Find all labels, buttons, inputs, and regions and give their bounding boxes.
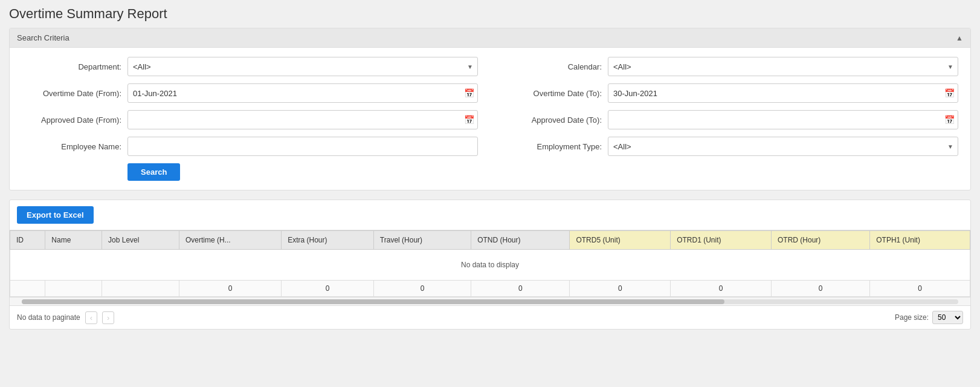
export-excel-button[interactable]: Export to Excel: [17, 206, 94, 224]
search-criteria-panel: Search Criteria ▲ Department: <All>: [9, 28, 971, 190]
total-job-level: [102, 281, 179, 297]
approved-from-input-wrap: 📅: [127, 110, 478, 129]
overtime-from-row: Overtime Date (From): 📅: [22, 83, 478, 103]
employment-type-row: Employment Type: <All>: [502, 137, 958, 156]
employment-type-label: Employment Type:: [502, 142, 608, 151]
prev-page-button[interactable]: ‹: [85, 311, 97, 324]
scrollbar-thumb[interactable]: [22, 299, 724, 304]
overtime-to-input[interactable]: [608, 83, 958, 103]
employment-type-select-wrap: <All>: [608, 137, 958, 156]
overtime-from-input[interactable]: [127, 83, 478, 103]
table-header-row: ID Name Job Level Overtime (H... Extra (…: [10, 231, 970, 250]
col-travel-hour: Travel (Hour): [373, 231, 471, 250]
total-otph1-unit: 0: [870, 281, 970, 297]
calendar-select[interactable]: <All>: [608, 57, 958, 76]
pagination-right: Page size: 10 20 50 100: [895, 311, 963, 324]
horizontal-scrollbar[interactable]: [10, 297, 970, 305]
scrollbar-track: [22, 299, 958, 304]
approved-from-input[interactable]: [127, 110, 478, 129]
no-data-cell: No data to display: [10, 250, 970, 281]
total-id: [10, 281, 45, 297]
col-extra-hour: Extra (Hour): [282, 231, 374, 250]
overtime-from-input-wrap: 📅: [127, 83, 478, 103]
page-size-select[interactable]: 10 20 50 100: [932, 311, 963, 324]
col-job-level: Job Level: [102, 231, 179, 250]
results-toolbar: Export to Excel: [10, 200, 970, 230]
search-criteria-body: Department: <All> Overtime Date (From):: [10, 48, 970, 190]
department-label: Department:: [22, 62, 127, 71]
no-data-row: No data to display: [10, 250, 970, 281]
search-form-grid: Department: <All> Overtime Date (From):: [22, 57, 958, 181]
results-panel: Export to Excel ID Name Job Level Overti…: [9, 200, 971, 330]
total-overtime-h: 0: [179, 281, 282, 297]
department-row: Department: <All>: [22, 57, 478, 76]
overtime-to-input-wrap: 📅: [608, 83, 958, 103]
calendar-row: Calendar: <All>: [502, 57, 958, 76]
calendar-label: Calendar:: [502, 62, 608, 71]
calendar-select-wrap: <All>: [608, 57, 958, 76]
department-control-wrap: <All>: [127, 57, 478, 76]
col-otrd-hour: OTRD (Hour): [772, 231, 870, 250]
overtime-from-label: Overtime Date (From):: [22, 89, 127, 98]
left-column: Department: <All> Overtime Date (From):: [22, 57, 478, 181]
no-data-paginate-label: No data to paginate: [17, 313, 80, 322]
overtime-from-control-wrap: 📅: [127, 83, 478, 103]
department-select[interactable]: <All>: [127, 57, 478, 76]
col-otrd5-unit: OTRD5 (Unit): [570, 231, 671, 250]
overtime-to-label: Overtime Date (To):: [502, 89, 608, 98]
total-extra-hour: 0: [282, 281, 374, 297]
collapse-icon[interactable]: ▲: [956, 34, 963, 42]
pagination-left: No data to paginate ‹ ›: [17, 311, 114, 324]
employment-type-control-wrap: <All>: [608, 137, 958, 156]
employee-name-row: Employee Name:: [22, 137, 478, 156]
results-table: ID Name Job Level Overtime (H... Extra (…: [10, 230, 970, 297]
employee-name-input[interactable]: [127, 137, 478, 156]
col-otrd1-unit: OTRD1 (Unit): [671, 231, 772, 250]
totals-row: 0 0 0 0 0 0 0 0: [10, 281, 970, 297]
overtime-to-control-wrap: 📅: [608, 83, 958, 103]
calendar-icon-approved-from[interactable]: 📅: [464, 115, 474, 125]
total-travel-hour: 0: [373, 281, 471, 297]
col-otnd-hour: OTND (Hour): [471, 231, 570, 250]
department-select-wrap: <All>: [127, 57, 478, 76]
page-title: Overtime Summary Report: [9, 6, 971, 22]
employment-type-select[interactable]: <All>: [608, 137, 958, 156]
search-button[interactable]: Search: [127, 163, 180, 181]
search-criteria-header: Search Criteria ▲: [10, 28, 970, 48]
approved-to-label: Approved Date (To):: [502, 115, 608, 125]
next-page-button[interactable]: ›: [102, 311, 114, 324]
approved-to-input-wrap: 📅: [608, 110, 958, 129]
calendar-icon-from[interactable]: 📅: [464, 88, 474, 98]
total-name: [45, 281, 102, 297]
calendar-icon-approved-to[interactable]: 📅: [944, 115, 955, 125]
approved-to-row: Approved Date (To): 📅: [502, 110, 958, 129]
total-otnd-hour: 0: [471, 281, 570, 297]
results-table-wrap: ID Name Job Level Overtime (H... Extra (…: [10, 230, 970, 297]
total-otrd1-unit: 0: [671, 281, 772, 297]
approved-to-control-wrap: 📅: [608, 110, 958, 129]
search-criteria-title: Search Criteria: [17, 33, 69, 42]
search-btn-row: Search: [22, 163, 478, 181]
col-otph1-unit: OTPH1 (Unit): [870, 231, 970, 250]
approved-to-input[interactable]: [608, 110, 958, 129]
approved-from-row: Approved Date (From): 📅: [22, 110, 478, 129]
total-otrd5-unit: 0: [570, 281, 671, 297]
page-size-label: Page size:: [895, 313, 929, 322]
right-column: Calendar: <All> Overtime Date (To):: [502, 57, 958, 181]
pagination-bar: No data to paginate ‹ › Page size: 10 20…: [10, 305, 970, 329]
approved-from-control-wrap: 📅: [127, 110, 478, 129]
calendar-icon-to[interactable]: 📅: [944, 88, 955, 98]
total-otrd-hour: 0: [772, 281, 870, 297]
col-name: Name: [45, 231, 102, 250]
employee-name-control-wrap: [127, 137, 478, 156]
col-id: ID: [10, 231, 45, 250]
calendar-control-wrap: <All>: [608, 57, 958, 76]
employee-name-label: Employee Name:: [22, 142, 127, 151]
overtime-to-row: Overtime Date (To): 📅: [502, 83, 958, 103]
approved-from-label: Approved Date (From):: [22, 115, 127, 125]
col-overtime-h: Overtime (H...: [179, 231, 282, 250]
